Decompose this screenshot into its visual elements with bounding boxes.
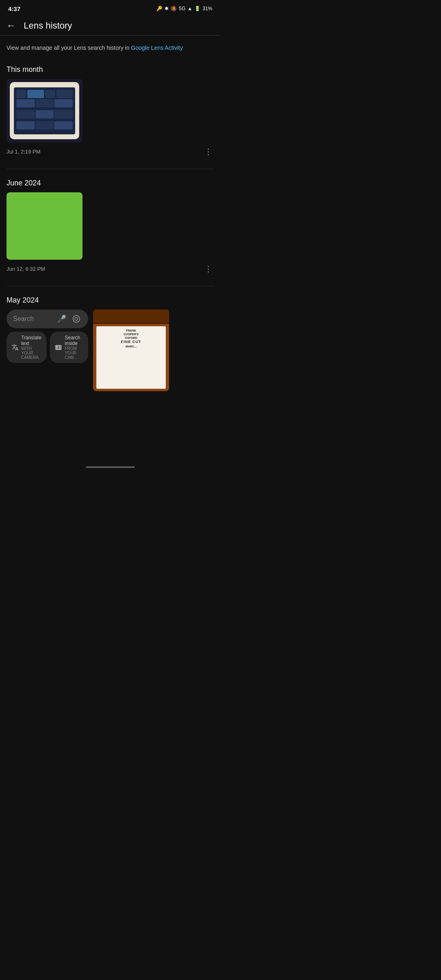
- search-bar-partial[interactable]: Search 🎤: [7, 310, 88, 328]
- search-inside-icon: [55, 344, 62, 351]
- more-options-jul[interactable]: ⋮: [203, 146, 214, 157]
- divider-2: [7, 286, 214, 286]
- translate-sub: WITH YOUR CAMERA: [21, 346, 42, 360]
- thumbnail-jar[interactable]: FRANKCOOPER'SOXFORDFINE CUTMARC...: [93, 310, 169, 391]
- thumbnail-green[interactable]: [7, 192, 82, 260]
- list-item: Jul 1, 2:19 PM ⋮: [0, 79, 220, 165]
- list-item: Jun 12, 6:32 PM ⋮: [0, 192, 220, 283]
- translate-action[interactable]: Translate text WITH YOUR CAMERA: [7, 332, 47, 363]
- lens-icon[interactable]: [71, 314, 82, 324]
- app-header: ← Lens history: [0, 16, 220, 35]
- search-inside-sub: FROM YOUR CAM...: [65, 346, 83, 360]
- may-row: Search 🎤 Transla: [0, 310, 220, 465]
- history-meta-jul: Jul 1, 2:19 PM ⋮: [7, 143, 214, 159]
- thumbnail-tablet[interactable]: [7, 79, 82, 143]
- section-title-june: June 2024: [0, 172, 220, 192]
- search-inside-text: Search inside FROM YOUR CAM...: [65, 335, 83, 360]
- search-inside-label: Search inside: [65, 335, 83, 346]
- search-placeholder: Search: [13, 315, 52, 323]
- mute-icon: 🔕: [171, 6, 177, 11]
- jar-label: FRANKCOOPER'SOXFORDFINE CUTMARC...: [96, 326, 166, 389]
- section-title-may: May 2024: [0, 290, 220, 310]
- page-title: Lens history: [24, 20, 72, 31]
- mic-icon[interactable]: 🎤: [56, 314, 67, 324]
- divider-1: [7, 169, 214, 169]
- signal-icon: ▲: [187, 6, 192, 11]
- section-may-2024: May 2024 Search 🎤: [0, 290, 220, 465]
- jar-lid: [93, 310, 169, 324]
- battery-level: 31%: [203, 6, 212, 11]
- google-lens-activity-link[interactable]: Google Lens Activity: [131, 45, 183, 51]
- section-june-2024: June 2024 Jun 12, 6:32 PM ⋮: [0, 172, 220, 283]
- status-time: 4:37: [8, 5, 20, 12]
- key-icon: 🔑: [156, 6, 163, 11]
- tablet-screen: [14, 87, 75, 134]
- network-label: 5G: [179, 6, 185, 11]
- svg-point-1: [75, 317, 78, 320]
- green-image: [7, 192, 82, 260]
- battery-icon: 🔋: [194, 6, 200, 11]
- bluetooth-icon: ✱: [165, 6, 169, 11]
- home-bar: [86, 466, 135, 468]
- info-section: View and manage all your Lens search his…: [0, 36, 220, 59]
- history-date-jul: Jul 1, 2:19 PM: [7, 149, 40, 155]
- history-date-jun: Jun 12, 6:32 PM: [7, 266, 45, 272]
- section-this-month: This month: [0, 59, 220, 165]
- search-inside-action[interactable]: Search inside FROM YOUR CAM...: [50, 332, 88, 363]
- section-title-this-month: This month: [0, 59, 220, 79]
- jar-label-text: FRANKCOOPER'SOXFORDFINE CUTMARC...: [98, 329, 164, 348]
- translate-label: Translate text: [21, 335, 42, 346]
- svg-point-0: [73, 316, 80, 323]
- translate-icon: [11, 344, 19, 351]
- back-button[interactable]: ←: [7, 20, 16, 31]
- status-bar: 4:37 🔑 ✱ 🔕 5G ▲ 🔋 31%: [0, 0, 220, 16]
- quick-actions-row: Translate text WITH YOUR CAMERA Search i…: [7, 332, 88, 363]
- translate-text: Translate text WITH YOUR CAMERA: [21, 335, 42, 360]
- tablet-image: [7, 79, 82, 143]
- search-overlay: Search 🎤 Transla: [7, 310, 88, 391]
- tablet-grid: [16, 99, 73, 132]
- tablet-outer: [10, 82, 79, 139]
- status-icons: 🔑 ✱ 🔕 5G ▲ 🔋 31%: [156, 6, 212, 11]
- tablet-top-row: [16, 90, 73, 98]
- more-options-jun[interactable]: ⋮: [203, 263, 214, 274]
- history-meta-jun: Jun 12, 6:32 PM ⋮: [7, 260, 214, 276]
- info-text-static: View and manage all your Lens search his…: [7, 45, 131, 51]
